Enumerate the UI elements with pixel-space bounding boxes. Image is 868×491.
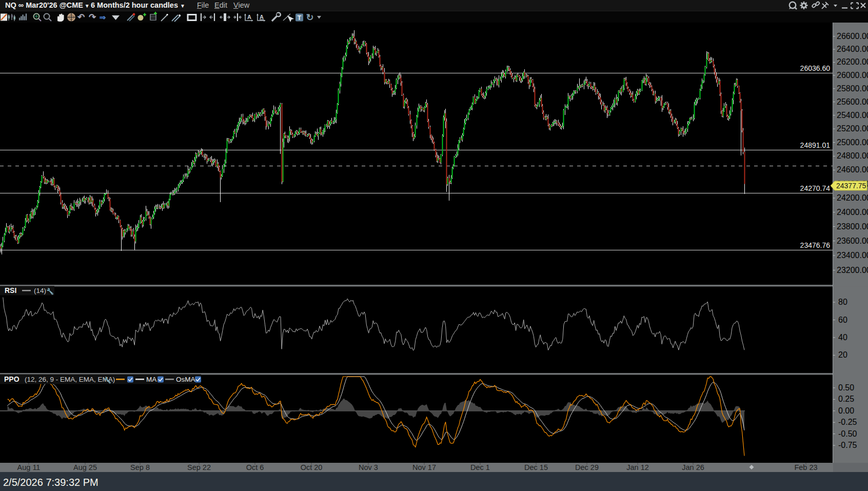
svg-text:Nov 17: Nov 17 [412,463,436,472]
svg-text:Aug 25: Aug 25 [73,463,97,472]
svg-text:+: + [34,12,38,20]
svg-text:↻: ↻ [306,12,313,23]
svg-text:PPO: PPO [4,375,19,383]
svg-text:Dec 15: Dec 15 [524,463,548,472]
svg-text:60: 60 [838,316,847,324]
svg-text:Oct 6: Oct 6 [246,463,264,472]
svg-text:2/5/2026 7:39:32 PM: 2/5/2026 7:39:32 PM [3,477,98,488]
svg-text:Dec 1: Dec 1 [470,463,490,472]
svg-text:-0.25: -0.25 [838,418,857,426]
svg-text:26600.00: 26600.00 [837,32,868,41]
svg-text:24800.00: 24800.00 [837,151,868,160]
svg-text:OsMA: OsMA [176,376,195,383]
svg-text:MA: MA [146,376,156,383]
svg-text:23476.76: 23476.76 [800,241,831,249]
svg-text:(14): (14) [34,287,46,294]
svg-text:T: T [298,14,302,22]
svg-text:(12, 26, 9 - EMA, EMA, EMA): (12, 26, 9 - EMA, EMA, EMA) [25,376,115,383]
svg-text:RSI: RSI [5,286,16,294]
svg-text:20: 20 [838,350,847,359]
svg-text:🔧: 🔧 [46,287,54,295]
svg-text:25600.00: 25600.00 [837,97,868,106]
svg-text:23400.00: 23400.00 [837,251,868,260]
svg-text:Feb 23: Feb 23 [794,463,817,472]
svg-text:26400.00: 26400.00 [837,45,868,53]
svg-text:23800.00: 23800.00 [837,222,868,231]
svg-text:↶: ↶ [77,12,85,22]
svg-text:0.25: 0.25 [838,395,854,403]
svg-text:23200.00: 23200.00 [837,266,868,274]
svg-text:24891.01: 24891.01 [800,141,831,149]
svg-text:25400.00: 25400.00 [837,111,868,120]
svg-text:40: 40 [838,333,847,342]
svg-text:Dec 29: Dec 29 [575,463,599,472]
svg-text:⇒: ⇒ [100,13,106,22]
svg-text:24377.75: 24377.75 [836,182,866,190]
svg-text:80: 80 [838,298,847,306]
svg-text:26000.00: 26000.00 [837,71,868,80]
svg-text:Jan 26: Jan 26 [682,463,704,472]
svg-text:Oct 20: Oct 20 [301,463,323,472]
svg-text:25800.00: 25800.00 [837,84,868,93]
svg-text:24270.74: 24270.74 [800,184,831,192]
svg-text:Aug 11: Aug 11 [17,463,41,472]
svg-text:0.00: 0.00 [838,406,854,415]
svg-text:25000.00: 25000.00 [837,138,868,147]
svg-text:26200.00: 26200.00 [837,57,868,66]
svg-text:↷: ↷ [89,12,96,22]
svg-text:A: A [260,14,264,20]
svg-text:23600.00: 23600.00 [837,237,868,245]
svg-text:24000.00: 24000.00 [837,208,868,217]
svg-text:Jan 12: Jan 12 [626,463,649,472]
svg-text:Sep 22: Sep 22 [187,463,211,472]
svg-text:24600.00: 24600.00 [837,165,868,174]
svg-text:0.50: 0.50 [838,383,854,392]
svg-text:-0.75: -0.75 [838,441,857,449]
svg-text:A: A [247,14,251,20]
svg-text:Sep 8: Sep 8 [130,463,150,472]
svg-text:-0.50: -0.50 [838,429,857,438]
svg-text:Nov 3: Nov 3 [359,463,378,472]
svg-text:24200.00: 24200.00 [837,193,868,202]
svg-text:25200.00: 25200.00 [837,124,868,133]
svg-text:26036.60: 26036.60 [800,64,831,72]
svg-text:🔧: 🔧 [104,376,111,384]
